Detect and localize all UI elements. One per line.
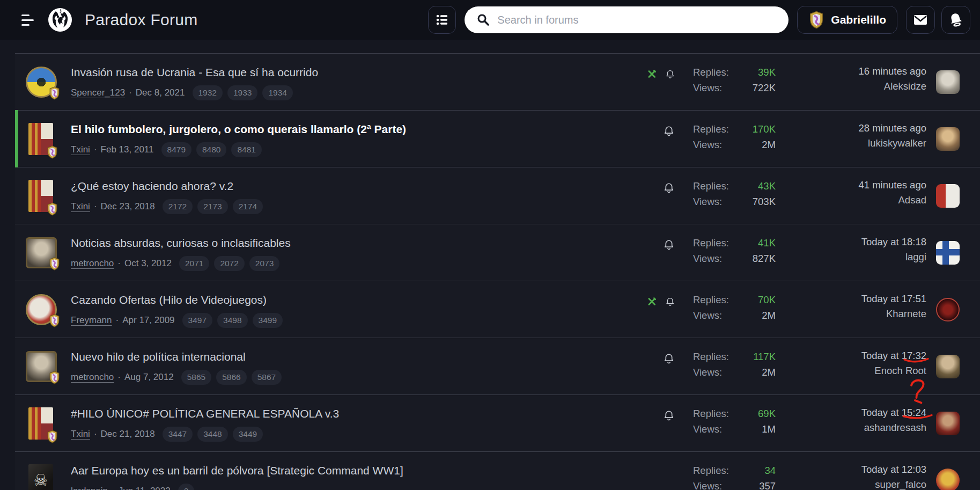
page-pill[interactable]: 5866 [216, 370, 246, 385]
paradox-logo[interactable] [46, 6, 74, 34]
views-label: Views: [693, 310, 722, 321]
last-post-time[interactable]: Today at 15:24 [784, 407, 926, 419]
page-pill[interactable]: 1934 [262, 85, 292, 100]
thread-title[interactable]: El hilo fumbolero, jurgolero, o como que… [71, 123, 636, 136]
thread-author-link[interactable]: Freymann [71, 315, 112, 326]
messages-button[interactable] [906, 6, 935, 34]
page-pill[interactable]: 2071 [179, 256, 209, 271]
search-input[interactable] [497, 14, 777, 26]
page-pill[interactable]: 8481 [231, 142, 261, 157]
page-pill[interactable]: 3448 [197, 427, 227, 442]
page-pill[interactable]: 3449 [233, 427, 263, 442]
last-poster-avatar[interactable] [936, 241, 960, 265]
envelope-icon [912, 13, 929, 27]
last-post-user[interactable]: Aleksidze [784, 81, 926, 92]
last-post-user[interactable]: Adsad [784, 194, 926, 206]
page-pill[interactable]: 2072 [214, 256, 244, 271]
thread-author-avatar[interactable]: ☠ [28, 464, 53, 490]
alerts-button[interactable] [941, 6, 970, 34]
hamburger-menu-icon[interactable] [21, 14, 35, 26]
thread-row[interactable]: El hilo fumbolero, jurgolero, o como que… [15, 111, 980, 167]
last-post-user[interactable]: super_falco [784, 479, 926, 490]
last-post-time[interactable]: 41 minutes ago [784, 179, 926, 191]
meta-separator: · [94, 144, 97, 155]
watched-bell-icon [663, 239, 675, 252]
thread-author-link[interactable]: Txini [71, 144, 90, 155]
thread-author-link[interactable]: Spencer_123 [71, 87, 125, 98]
last-post-user[interactable]: laggi [784, 251, 926, 263]
thread-title[interactable]: ¿Qué estoy haciendo ahora? v.2 [71, 180, 636, 193]
page-pill[interactable]: 8480 [196, 142, 226, 157]
thread-author-avatar[interactable] [26, 294, 57, 325]
page-pill[interactable]: 3497 [182, 313, 212, 328]
page-pill[interactable]: 5867 [252, 370, 282, 385]
thread-row[interactable]: Noticias absurdas, curiosas o inclasific… [15, 224, 980, 281]
page-pill[interactable]: 2172 [163, 199, 193, 214]
last-post-info: 16 minutes ago Aleksidze [784, 54, 936, 110]
page-pill[interactable]: 2 [178, 484, 195, 490]
last-poster-avatar[interactable] [936, 127, 960, 151]
account-button[interactable]: Gabrielillo [797, 6, 897, 34]
last-poster-avatar[interactable] [936, 469, 960, 490]
thread-author-avatar[interactable] [26, 67, 57, 98]
thread-author-link[interactable]: metroncho [71, 258, 114, 269]
last-post-time[interactable]: Today at 17:32 [784, 350, 926, 362]
thread-row[interactable]: #HILO ÚNICO# POLÍTICA GENERAL ESPAÑOLA v… [15, 395, 980, 452]
last-post-user[interactable]: lukiskywalker [784, 137, 926, 149]
last-poster-avatar[interactable] [936, 412, 960, 435]
thread-row[interactable]: Nuevo hilo de política internacional met… [15, 338, 980, 395]
page-pill[interactable]: 3499 [253, 313, 283, 328]
last-post-user[interactable]: ashandresash [784, 422, 926, 434]
watched-bell-icon [665, 296, 675, 309]
thread-title[interactable]: Noticias absurdas, curiosas o inclasific… [71, 237, 636, 250]
last-poster-avatar[interactable] [936, 70, 960, 94]
last-post-time[interactable]: 28 minutes ago [784, 122, 926, 134]
page-links: 349734983499 [182, 313, 283, 328]
thread-author-avatar[interactable] [26, 351, 57, 382]
thread-meta: Freymann · Apr 17, 2009 349734983499 [71, 313, 636, 328]
last-poster-avatar[interactable] [936, 298, 960, 321]
page-pill[interactable]: 3498 [217, 313, 247, 328]
forum-list-button[interactable] [428, 6, 456, 34]
thread-author-avatar[interactable] [28, 123, 53, 155]
author-badge-icon [47, 430, 58, 443]
thread-row[interactable]: Invasión rusa de Ucrania - Esa que sí ha… [15, 54, 980, 111]
page-pill[interactable]: 1933 [227, 85, 257, 100]
page-pill[interactable]: 2073 [249, 256, 279, 271]
replies-label: Replies: [693, 408, 729, 420]
last-post-user[interactable]: Enoch Root [784, 365, 926, 377]
thread-title[interactable]: #HILO ÚNICO# POLÍTICA GENERAL ESPAÑOLA v… [71, 407, 636, 420]
last-poster-avatar[interactable] [936, 355, 960, 378]
last-poster-avatar[interactable] [936, 184, 960, 208]
thread-author-link[interactable]: Txini [71, 201, 90, 212]
thread-author-avatar[interactable] [28, 407, 53, 440]
page-pill[interactable]: 2173 [197, 199, 227, 214]
thread-row[interactable]: ¿Qué estoy haciendo ahora? v.2 Txini · D… [15, 167, 980, 224]
thread-title[interactable]: Aar Europa hoy es un barril de pólvora [… [71, 464, 636, 477]
thread-list: Invasión rusa de Ucrania - Esa que sí ha… [15, 53, 980, 490]
thread-start-date: Apr 17, 2009 [122, 315, 174, 326]
last-post-time[interactable]: Today at 18:18 [784, 236, 926, 248]
thread-author-link[interactable]: lordspain [71, 486, 108, 490]
last-post-time[interactable]: 16 minutes ago [784, 65, 926, 77]
page-pill[interactable]: 5865 [181, 370, 211, 385]
thread-title[interactable]: Invasión rusa de Ucrania - Esa que sí ha… [71, 66, 636, 79]
thread-title[interactable]: Cazando Ofertas (Hilo de Videojuegos) [71, 294, 636, 306]
thread-meta: metroncho · Oct 3, 2012 207120722073 [71, 256, 636, 271]
page-pill[interactable]: 2174 [233, 199, 263, 214]
thread-author-avatar[interactable] [26, 237, 57, 268]
thread-row[interactable]: ☠ Aar Europa hoy es un barril de pólvora… [15, 452, 980, 490]
search-bar[interactable] [465, 6, 789, 33]
thread-author-avatar[interactable] [28, 180, 53, 212]
meta-separator: · [112, 486, 115, 490]
thread-author-link[interactable]: Txini [71, 429, 90, 440]
page-pill[interactable]: 3447 [163, 427, 193, 442]
thread-row[interactable]: Cazando Ofertas (Hilo de Videojuegos) Fr… [15, 281, 980, 338]
thread-author-link[interactable]: metroncho [71, 372, 114, 383]
last-post-user[interactable]: Kharnete [784, 308, 926, 320]
last-post-time[interactable]: Today at 17:51 [784, 293, 926, 305]
thread-title[interactable]: Nuevo hilo de política internacional [71, 350, 636, 363]
page-pill[interactable]: 1932 [193, 85, 223, 100]
page-pill[interactable]: 8479 [161, 142, 191, 157]
last-post-time[interactable]: Today at 12:03 [784, 464, 926, 476]
